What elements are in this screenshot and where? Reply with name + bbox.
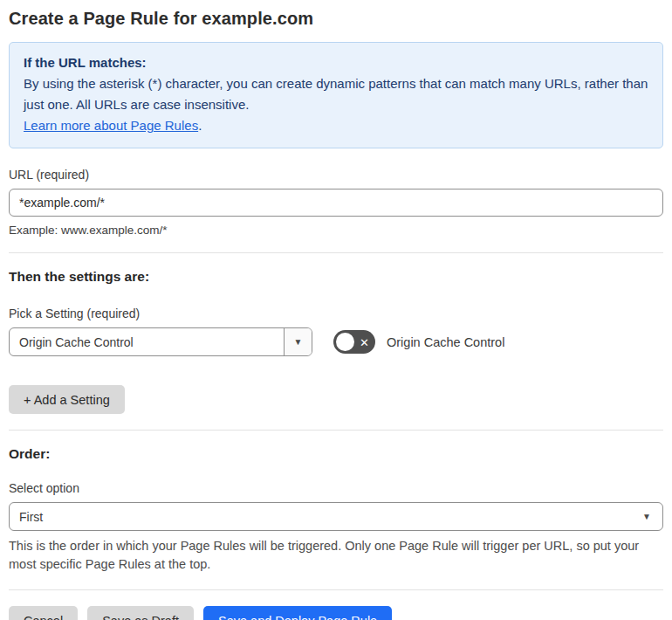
order-select[interactable]: First ▼ [9, 502, 663, 531]
page-rule-form: Create a Page Rule for example.com If th… [0, 0, 672, 620]
toggle-off-x-icon: ✕ [360, 336, 369, 348]
origin-cache-control-toggle-group: ✕ Origin Cache Control [333, 330, 504, 354]
url-match-info-banner: If the URL matches: By using the asteris… [9, 42, 663, 148]
setting-select-caret-button[interactable]: ▼ [284, 328, 312, 355]
info-link-period: . [198, 118, 202, 133]
chevron-down-icon: ▼ [642, 513, 651, 521]
setting-select-value: Origin Cache Control [10, 335, 284, 349]
page-title: Create a Page Rule for example.com [9, 9, 663, 29]
divider [9, 252, 663, 253]
chevron-down-icon: ▼ [294, 338, 303, 347]
order-section-heading: Order: [9, 446, 663, 462]
divider [9, 430, 663, 431]
info-link-line: Learn more about Page Rules. [24, 115, 648, 136]
save-and-deploy-button[interactable]: Save and Deploy Page Rule [203, 606, 392, 620]
info-heading: If the URL matches: [24, 52, 648, 73]
url-field-label: URL (required) [9, 168, 663, 182]
info-body: By using the asterisk (*) character, you… [24, 73, 648, 115]
url-example-helper: Example: www.example.com/* [9, 224, 663, 237]
pick-setting-label: Pick a Setting (required) [9, 307, 663, 320]
cancel-button[interactable]: Cancel [9, 606, 78, 620]
add-setting-wrap: + Add a Setting [9, 385, 663, 414]
add-setting-button[interactable]: + Add a Setting [9, 385, 125, 414]
order-select-label: Select option [9, 481, 663, 495]
url-input[interactable] [9, 189, 663, 217]
origin-cache-control-toggle[interactable]: ✕ [333, 330, 375, 354]
toggle-label: Origin Cache Control [387, 335, 504, 349]
order-helper-text: This is the order in which your Page Rul… [9, 537, 663, 574]
setting-row: Origin Cache Control ▼ ✕ Origin Cache Co… [9, 327, 663, 356]
save-as-draft-button[interactable]: Save as Draft [87, 606, 194, 620]
learn-more-link[interactable]: Learn more about Page Rules [24, 118, 198, 133]
settings-section-heading: Then the settings are: [9, 269, 663, 285]
toggle-knob [336, 333, 354, 351]
order-select-value: First [10, 510, 642, 524]
footer-actions: Cancel Save as Draft Save and Deploy Pag… [9, 606, 663, 620]
divider [9, 589, 663, 590]
setting-select[interactable]: Origin Cache Control ▼ [9, 327, 312, 356]
